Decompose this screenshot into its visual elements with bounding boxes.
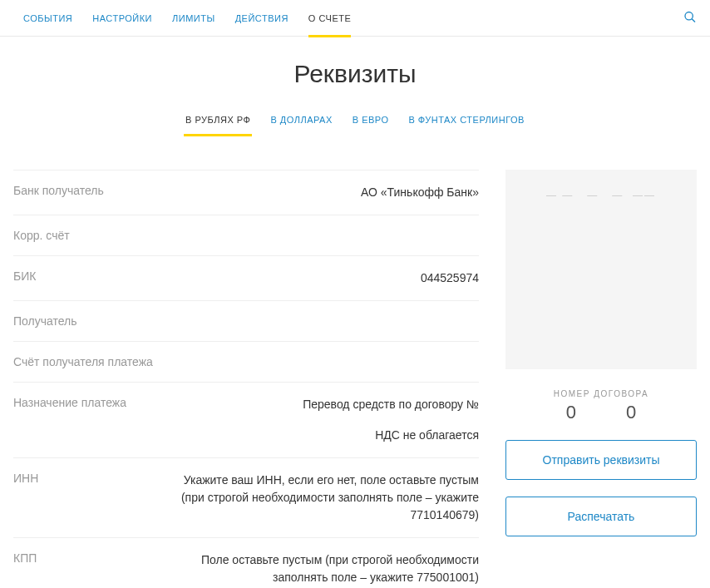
value-inn: Укажите ваш ИНН, если его нет, поле оста…	[163, 472, 479, 524]
nav-events[interactable]: СОБЫТИЯ	[13, 0, 82, 37]
tab-eur[interactable]: В ЕВРО	[343, 108, 399, 136]
value-bic: 044525974	[163, 269, 479, 287]
row-recipient: Получатель	[13, 301, 479, 342]
search-icon[interactable]	[683, 10, 697, 26]
svg-line-1	[692, 18, 695, 22]
top-nav: СОБЫТИЯ НАСТРОЙКИ ЛИМИТЫ ДЕЙСТВИЯ О СЧЕТ…	[0, 0, 710, 37]
tab-rub[interactable]: В РУБЛЯХ РФ	[175, 108, 260, 136]
document-preview: — — — — ——	[505, 170, 697, 369]
label-bank-recipient: Банк получатель	[13, 184, 163, 197]
label-recipient: Получатель	[13, 314, 163, 328]
value-purpose: Перевод средств по договору № НДС не обл…	[163, 396, 479, 444]
contract-digit-2: 0	[626, 402, 636, 423]
value-bank-recipient: АО «Тинькофф Банк»	[163, 184, 479, 201]
row-bank-recipient: Банк получатель АО «Тинькофф Банк»	[13, 170, 479, 215]
value-kpp: Поле оставьте пустым (при строгой необхо…	[163, 551, 479, 586]
requisites-table: Банк получатель АО «Тинькофф Банк» Корр.…	[13, 170, 479, 588]
print-button[interactable]: Распечатать	[505, 497, 697, 536]
currency-tabs: В РУБЛЯХ РФ В ДОЛЛАРАХ В ЕВРО В ФУНТАХ С…	[0, 108, 710, 136]
row-inn: ИНН Укажите ваш ИНН, если его нет, поле …	[13, 458, 479, 538]
value-purpose-line1: Перевод средств по договору №	[163, 396, 479, 413]
nav-limits[interactable]: ЛИМИТЫ	[162, 0, 225, 37]
row-bic: БИК 044525974	[13, 256, 479, 301]
contract-number-label: НОМЕР ДОГОВОРА	[505, 389, 697, 398]
label-bic: БИК	[13, 269, 163, 283]
page-title: Реквизиты	[0, 60, 710, 88]
nav-about-account[interactable]: О СЧЕТЕ	[298, 0, 361, 37]
value-purpose-line2: НДС не облагается	[163, 427, 479, 444]
row-kpp: КПП Поле оставьте пустым (при строгой не…	[13, 538, 479, 588]
label-corr-account: Корр. счёт	[13, 229, 163, 242]
label-purpose: Назначение платежа	[13, 396, 163, 409]
label-recipient-account: Счёт получателя платежа	[13, 355, 163, 368]
nav-actions[interactable]: ДЕЙСТВИЯ	[225, 0, 298, 37]
svg-point-0	[685, 12, 693, 19]
contract-number: 0 0	[505, 402, 697, 423]
side-panel: — — — — —— НОМЕР ДОГОВОРА 0 0 Отправить …	[505, 170, 697, 588]
preview-placeholder-icon: — — — — ——	[519, 190, 683, 201]
tab-gbp[interactable]: В ФУНТАХ СТЕРЛИНГОВ	[398, 108, 534, 136]
row-corr-account: Корр. счёт	[13, 215, 479, 256]
contract-digit-1: 0	[566, 402, 576, 423]
label-inn: ИНН	[13, 472, 163, 485]
row-recipient-account: Счёт получателя платежа	[13, 342, 479, 383]
nav-settings[interactable]: НАСТРОЙКИ	[82, 0, 162, 37]
tab-usd[interactable]: В ДОЛЛАРАХ	[260, 108, 342, 136]
send-requisites-button[interactable]: Отправить реквизиты	[505, 440, 697, 480]
label-kpp: КПП	[13, 551, 163, 565]
row-purpose: Назначение платежа Перевод средств по до…	[13, 383, 479, 458]
